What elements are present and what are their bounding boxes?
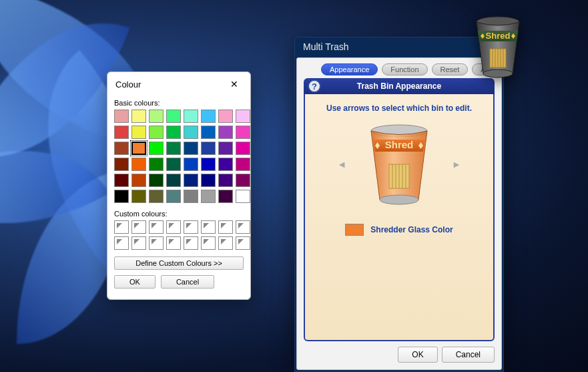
custom-colours-label: Custom colours: xyxy=(114,210,244,218)
basic-colour-swatch[interactable] xyxy=(218,110,233,123)
shredder-band-text: Shred xyxy=(486,31,511,41)
multi-trash-window: Multi Trash Appearance Function Reset Ab… xyxy=(294,37,504,372)
ok-button[interactable]: OK xyxy=(398,347,437,363)
appearance-panel-content: Use arrows to select which bin to edit. … xyxy=(304,94,495,341)
custom-colour-swatch[interactable] xyxy=(236,220,250,234)
custom-colour-swatch[interactable] xyxy=(149,220,164,234)
glass-color-label: Shredder Glass Color xyxy=(370,225,453,234)
basic-colour-swatch[interactable] xyxy=(236,174,250,187)
custom-colour-swatch[interactable] xyxy=(201,220,216,234)
basic-colour-swatch[interactable] xyxy=(166,174,181,187)
basic-colour-swatch[interactable] xyxy=(131,142,146,155)
basic-colour-swatch[interactable] xyxy=(149,190,164,203)
basic-colour-swatch[interactable] xyxy=(184,158,198,171)
basic-colour-swatch[interactable] xyxy=(114,190,129,203)
colour-titlebar[interactable]: Colour ✕ xyxy=(107,72,250,96)
basic-colour-swatch[interactable] xyxy=(131,158,146,171)
basic-colours-label: Basic colours: xyxy=(114,99,244,107)
basic-colour-swatch[interactable] xyxy=(131,110,146,123)
appearance-panel-header: ? Trash Bin Appearance xyxy=(304,78,495,94)
basic-colour-swatch[interactable] xyxy=(201,110,216,123)
basic-colour-swatch[interactable] xyxy=(149,110,164,123)
colour-dialog: Colour ✕ Basic colours: Custom colours: … xyxy=(107,71,251,300)
basic-colour-swatch[interactable] xyxy=(166,158,181,171)
previous-bin-arrow[interactable]: ◄ xyxy=(337,159,346,170)
cancel-button[interactable]: Cancel xyxy=(442,347,495,363)
basic-colour-swatch[interactable] xyxy=(149,142,164,155)
basic-colour-swatch[interactable] xyxy=(114,142,129,155)
basic-colour-swatch[interactable] xyxy=(201,126,216,139)
basic-colour-swatch[interactable] xyxy=(201,190,216,203)
custom-colour-swatch[interactable] xyxy=(131,236,146,250)
custom-colour-swatch[interactable] xyxy=(218,220,233,234)
basic-colour-swatch[interactable] xyxy=(149,126,164,139)
basic-colour-swatch[interactable] xyxy=(166,142,181,155)
basic-colour-swatch[interactable] xyxy=(201,174,216,187)
tab-function[interactable]: Function xyxy=(382,63,427,75)
basic-colour-swatch[interactable] xyxy=(218,174,233,187)
basic-colour-swatch[interactable] xyxy=(184,174,198,187)
basic-colour-swatch[interactable] xyxy=(114,110,129,123)
custom-colour-swatch[interactable] xyxy=(166,220,181,234)
custom-colour-swatch[interactable] xyxy=(218,236,233,250)
basic-colour-swatch[interactable] xyxy=(166,126,181,139)
basic-colour-swatch[interactable] xyxy=(131,174,146,187)
basic-colour-swatch[interactable] xyxy=(114,126,129,139)
custom-colour-swatch[interactable] xyxy=(184,236,198,250)
colour-cancel-button[interactable]: Cancel xyxy=(161,275,214,289)
basic-colour-swatch[interactable] xyxy=(236,110,250,123)
colour-body: Basic colours: Custom colours: Define Cu… xyxy=(107,99,250,295)
basic-colour-swatch[interactable] xyxy=(166,190,181,203)
basic-colour-swatch[interactable] xyxy=(131,190,146,203)
multi-trash-button-row: OK Cancel xyxy=(304,347,495,363)
tab-reset[interactable]: Reset xyxy=(432,63,469,75)
basic-colours-grid xyxy=(114,110,244,203)
basic-colour-swatch[interactable] xyxy=(149,158,164,171)
basic-colour-swatch[interactable] xyxy=(184,126,198,139)
basic-colour-swatch[interactable] xyxy=(236,158,250,171)
basic-colour-swatch[interactable] xyxy=(114,158,129,171)
custom-colour-swatch[interactable] xyxy=(166,236,181,250)
svg-point-16 xyxy=(380,195,418,204)
tab-appearance[interactable]: Appearance xyxy=(321,63,378,75)
close-icon[interactable]: ✕ xyxy=(226,76,242,92)
custom-colour-swatch[interactable] xyxy=(184,220,198,234)
custom-colour-swatch[interactable] xyxy=(149,236,164,250)
basic-colour-swatch[interactable] xyxy=(184,142,198,155)
glass-color-row: Shredder Glass Color xyxy=(345,224,453,236)
custom-colour-swatch[interactable] xyxy=(201,236,216,250)
multi-trash-tabs: Appearance Function Reset About xyxy=(304,63,495,75)
multi-trash-body: Appearance Function Reset About ? Trash … xyxy=(296,57,502,370)
basic-colour-swatch[interactable] xyxy=(236,142,250,155)
colour-title: Colour xyxy=(115,79,141,89)
glass-color-swatch[interactable] xyxy=(345,224,364,236)
basic-colour-swatch[interactable] xyxy=(166,110,181,123)
basic-colour-swatch[interactable] xyxy=(114,174,129,187)
basic-colour-swatch[interactable] xyxy=(236,126,250,139)
basic-colour-swatch[interactable] xyxy=(184,110,198,123)
basic-colour-swatch[interactable] xyxy=(218,158,233,171)
multi-trash-title: Multi Trash xyxy=(303,41,348,52)
custom-colour-swatch[interactable] xyxy=(236,236,250,250)
basic-colour-swatch[interactable] xyxy=(218,190,233,203)
custom-colour-swatch[interactable] xyxy=(114,236,129,250)
colour-button-row: OK Cancel xyxy=(114,275,244,289)
basic-colour-swatch[interactable] xyxy=(131,126,146,139)
colour-ok-button[interactable]: OK xyxy=(114,275,156,289)
basic-colour-swatch[interactable] xyxy=(149,174,164,187)
next-bin-arrow[interactable]: ► xyxy=(452,159,461,170)
basic-colour-swatch[interactable] xyxy=(236,190,250,203)
custom-colour-swatch[interactable] xyxy=(131,220,146,234)
help-icon[interactable]: ? xyxy=(308,79,321,93)
instruction-text: Use arrows to select which bin to edit. xyxy=(326,104,472,113)
define-custom-colours-button[interactable]: Define Custom Colours >> xyxy=(114,256,244,270)
basic-colour-swatch[interactable] xyxy=(218,142,233,155)
basic-colour-swatch[interactable] xyxy=(201,142,216,155)
bin-preview: Shred xyxy=(362,121,436,208)
custom-colour-swatch[interactable] xyxy=(114,220,129,234)
basic-colour-swatch[interactable] xyxy=(201,158,216,171)
panel-title: Trash Bin Appearance xyxy=(357,81,441,91)
basic-colour-swatch[interactable] xyxy=(218,126,233,139)
basic-colour-swatch[interactable] xyxy=(184,190,198,203)
svg-point-7 xyxy=(483,69,513,77)
